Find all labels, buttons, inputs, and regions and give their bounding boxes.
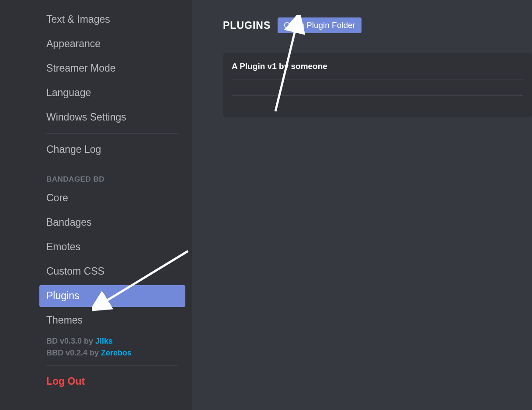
sidebar-item-windows-settings[interactable]: Windows Settings: [39, 107, 185, 128]
open-plugin-folder-button[interactable]: Open Plugin Folder: [278, 17, 362, 33]
plugin-title: A Plugin v1 by someone: [232, 62, 523, 79]
sidebar-item-appearance[interactable]: Appearance: [39, 33, 185, 55]
version-bd: BD v0.3.0 by Jiiks: [39, 334, 185, 346]
sidebar-item-logout[interactable]: Log Out: [39, 371, 185, 392]
sidebar-item-streamer-mode[interactable]: Streamer Mode: [39, 58, 185, 79]
page-title: PLUGINS: [223, 20, 271, 31]
sidebar-item-change-log[interactable]: Change Log: [39, 139, 185, 161]
main-content: PLUGINS Open Plugin Folder A Plugin v1 b…: [192, 0, 532, 410]
version-author-link[interactable]: Zerebos: [101, 348, 132, 357]
settings-sidebar: Text & Images Appearance Streamer Mode L…: [0, 0, 192, 410]
sidebar-item-custom-css[interactable]: Custom CSS: [39, 261, 185, 283]
divider: [232, 79, 523, 79]
plugin-card: A Plugin v1 by someone: [223, 53, 532, 117]
divider: [232, 95, 523, 96]
sidebar-item-text-images[interactable]: Text & Images: [39, 9, 185, 31]
separator: [46, 133, 178, 134]
sidebar-item-themes[interactable]: Themes: [39, 310, 185, 331]
section-header-bandaged-bd: BANDAGED BD: [39, 172, 185, 187]
sidebar-item-core[interactable]: Core: [39, 187, 185, 209]
separator: [46, 365, 178, 366]
sidebar-item-emotes[interactable]: Emotes: [39, 236, 185, 258]
sidebar-item-plugins[interactable]: Plugins: [39, 285, 185, 307]
version-author-link[interactable]: Jiiks: [95, 337, 113, 345]
separator: [46, 166, 178, 166]
sidebar-item-bandages[interactable]: Bandages: [39, 212, 185, 234]
plugins-header: PLUGINS Open Plugin Folder: [223, 17, 532, 33]
sidebar-item-language[interactable]: Language: [39, 82, 185, 104]
version-bbd: BBD v0.2.4 by Zerebos: [39, 346, 185, 358]
